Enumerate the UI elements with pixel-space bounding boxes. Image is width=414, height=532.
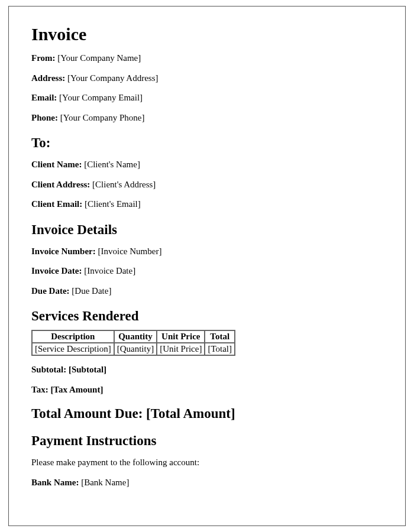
bank-name: Bank Name: [Bank Name] [31,477,383,489]
client-name-label: Client Name: [31,160,82,169]
col-unit-price: Unit Price [157,330,205,343]
invoice-number-value: [Invoice Number] [98,246,162,256]
client-email-label: Client Email: [31,199,82,209]
from-value: [Your Company Name] [57,53,141,63]
document-page: Invoice From: [Your Company Name] Addres… [8,6,406,526]
tax: Tax: [Tax Amount] [31,384,383,396]
cell-description: [Service Description] [32,343,114,355]
invoice-number: Invoice Number: [Invoice Number] [31,246,383,258]
from-address-value: [Your Company Address] [67,73,158,83]
col-total: Total [205,330,235,343]
from-address-label: Address: [31,73,65,83]
subtotal: Subtotal: [Subtotal] [31,364,383,376]
tax-label: Tax: [31,385,48,394]
from-label: From: [31,53,56,63]
due-date-label: Due Date: [31,286,70,296]
subtotal-value: [Subtotal] [69,365,106,374]
invoice-date-label: Invoice Date: [31,266,82,275]
cell-total: [Total] [205,343,235,355]
payment-instructions-heading: Payment Instructions [31,433,383,449]
invoice-title: Invoice [31,24,383,44]
col-description: Description [32,330,114,343]
client-address-label: Client Address: [31,180,90,189]
due-date-value: [Due Date] [72,286,111,296]
services-heading: Services Rendered [31,309,383,324]
bank-name-value: [Bank Name] [81,478,129,487]
table-row: [Service Description] [Quantity] [Unit P… [32,343,235,355]
from-company: From: [Your Company Name] [31,53,383,64]
client-name: Client Name: [Client's Name] [31,159,383,171]
client-name-value: [Client's Name] [84,160,140,169]
tax-value: [Tax Amount] [50,385,103,394]
to-heading: To: [31,135,383,151]
invoice-number-label: Invoice Number: [31,246,96,256]
col-quantity: Quantity [114,330,157,343]
client-address-value: [Client's Address] [92,180,156,189]
from-email-value: [Your Company Email] [59,93,143,102]
from-email: Email: [Your Company Email] [31,92,383,104]
from-phone: Phone: [Your Company Phone] [31,112,383,124]
payment-intro: Please make payment to the following acc… [31,457,383,469]
cell-quantity: [Quantity] [114,343,157,355]
client-email-value: [Client's Email] [85,199,141,209]
total-value: [Total Amount] [146,406,235,421]
invoice-details-heading: Invoice Details [31,222,383,238]
from-phone-value: [Your Company Phone] [60,113,145,122]
invoice-date: Invoice Date: [Invoice Date] [31,265,383,277]
table-header-row: Description Quantity Unit Price Total [32,330,235,343]
page-wrapper: Invoice From: [Your Company Name] Addres… [0,0,414,532]
from-email-label: Email: [31,93,57,102]
cell-unit-price: [Unit Price] [157,343,205,355]
bank-name-label: Bank Name: [31,478,79,487]
client-address: Client Address: [Client's Address] [31,179,383,191]
services-table: Description Quantity Unit Price Total [S… [31,330,235,356]
subtotal-label: Subtotal: [31,365,66,374]
due-date: Due Date: [Due Date] [31,286,383,297]
total-amount-due: Total Amount Due: [Total Amount] [31,406,383,421]
client-email: Client Email: [Client's Email] [31,199,383,210]
from-phone-label: Phone: [31,113,58,122]
total-label: Total Amount Due: [31,406,143,421]
from-address: Address: [Your Company Address] [31,73,383,85]
invoice-date-value: [Invoice Date] [84,266,135,275]
